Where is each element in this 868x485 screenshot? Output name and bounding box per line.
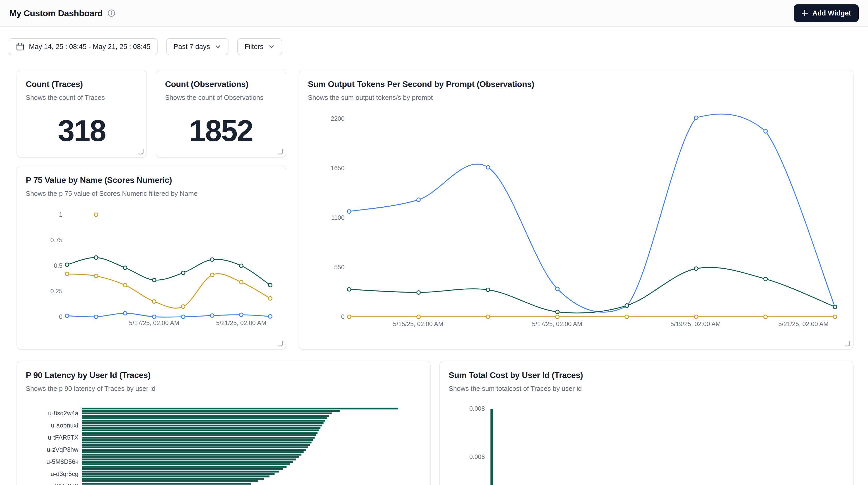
svg-text:5/21/25, 02:00 AM: 5/21/25, 02:00 AM <box>216 320 267 326</box>
widget-card-p90-latency: P 90 Latency by User Id (Traces) Shows t… <box>17 361 431 485</box>
widget-title: Sum Total Cost by User Id (Traces) <box>440 361 853 380</box>
svg-text:0.008: 0.008 <box>469 405 485 412</box>
widget-subtitle: Shows the count of Traces <box>17 89 147 102</box>
widget-card-count-observations: Count (Observations) Shows the count of … <box>156 70 286 158</box>
svg-text:1: 1 <box>59 211 62 218</box>
p75-line-chart[interactable]: 00.250.50.7515/17/25, 02:00 AM5/21/25, 0… <box>17 205 286 340</box>
info-icon[interactable] <box>107 9 115 17</box>
svg-text:5/19/25, 02:00 AM: 5/19/25, 02:00 AM <box>671 321 721 327</box>
plus-icon <box>802 10 808 17</box>
widget-grid: Count (Traces) Shows the count of Traces… <box>0 55 868 485</box>
count-observations-value: 1852 <box>156 114 286 148</box>
svg-text:u-aobnuxf: u-aobnuxf <box>51 422 79 429</box>
filters-dropdown[interactable]: Filters <box>237 38 282 55</box>
add-widget-label: Add Widget <box>812 9 851 17</box>
date-range-label: May 14, 25 : 08:45 - May 21, 25 : 08:45 <box>29 43 150 51</box>
widget-title: Count (Observations) <box>156 70 286 89</box>
widget-card-total-cost: Sum Total Cost by User Id (Traces) Shows… <box>439 361 854 485</box>
widget-subtitle: Shows the p 75 value of Scores Numeric f… <box>17 185 286 198</box>
filters-label: Filters <box>245 43 264 51</box>
toolbar: May 14, 25 : 08:45 - May 21, 25 : 08:45 … <box>0 27 868 55</box>
add-widget-button[interactable]: Add Widget <box>794 4 859 22</box>
p90-bar-chart[interactable]: u-8sq2w4au-aobnuxfu-tFAR5TXu-zVqP3hwu-5M… <box>17 397 431 485</box>
widget-title: Count (Traces) <box>17 70 147 89</box>
resize-handle-icon[interactable] <box>844 340 850 347</box>
svg-text:2200: 2200 <box>331 115 344 122</box>
svg-text:5/15/25, 02:00 AM: 5/15/25, 02:00 AM <box>393 321 443 327</box>
svg-text:1650: 1650 <box>331 164 344 172</box>
resize-handle-icon[interactable] <box>277 149 283 155</box>
chevron-down-icon <box>268 43 275 50</box>
svg-text:u-8fVq9T3: u-8fVq9T3 <box>50 482 79 485</box>
date-range-picker[interactable]: May 14, 25 : 08:45 - May 21, 25 : 08:45 <box>9 38 158 55</box>
widget-card-tokens-by-prompt: Sum Output Tokens Per Second by Prompt (… <box>299 70 854 350</box>
svg-text:5/17/25, 02:00 AM: 5/17/25, 02:00 AM <box>532 321 582 327</box>
cost-bar-chart[interactable]: 0.0080.006 <box>440 397 854 485</box>
widget-title: P 90 Latency by User Id (Traces) <box>17 361 430 380</box>
svg-text:550: 550 <box>334 264 344 271</box>
svg-text:u-8sq2w4a: u-8sq2w4a <box>48 410 79 417</box>
svg-text:5/17/25, 02:00 AM: 5/17/25, 02:00 AM <box>129 320 179 326</box>
widget-card-p75-by-name: P 75 Value by Name (Scores Numeric) Show… <box>17 165 286 350</box>
page-title: My Custom Dashboard <box>9 8 103 18</box>
time-preset-label: Past 7 days <box>174 43 210 51</box>
svg-text:1100: 1100 <box>331 214 344 221</box>
title-row: My Custom Dashboard <box>9 8 115 18</box>
svg-text:u-d3qr5cg: u-d3qr5cg <box>51 470 79 477</box>
widget-subtitle: Shows the sum totalcost of Traces by use… <box>440 380 853 393</box>
resize-handle-icon[interactable] <box>277 340 283 347</box>
svg-text:5/21/25, 02:00 AM: 5/21/25, 02:00 AM <box>778 321 829 327</box>
tokens-line-chart[interactable]: 05501100165022005/15/25, 02:00 AM5/17/25… <box>299 101 854 334</box>
svg-text:0.75: 0.75 <box>50 237 62 244</box>
resize-handle-icon[interactable] <box>138 149 144 155</box>
calendar-icon <box>16 42 24 51</box>
chevron-down-icon <box>215 43 221 50</box>
svg-text:0.5: 0.5 <box>54 262 62 269</box>
widget-subtitle: Shows the count of Observations <box>156 89 286 102</box>
svg-text:0: 0 <box>59 313 62 320</box>
widget-subtitle: Shows the p 90 latency of Traces by user… <box>17 380 430 393</box>
widget-title: P 75 Value by Name (Scores Numeric) <box>17 166 286 185</box>
widget-title: Sum Output Tokens Per Second by Prompt (… <box>299 70 853 89</box>
svg-text:u-tFAR5TX: u-tFAR5TX <box>48 434 79 441</box>
widget-subtitle: Shows the sum output tokens/s by prompt <box>299 89 853 102</box>
svg-text:0.006: 0.006 <box>469 453 485 460</box>
time-preset-dropdown[interactable]: Past 7 days <box>166 38 228 55</box>
svg-text:u-5M8D56k: u-5M8D56k <box>46 458 79 465</box>
svg-text:0.25: 0.25 <box>50 287 62 295</box>
widget-card-count-traces: Count (Traces) Shows the count of Traces… <box>17 70 147 158</box>
svg-text:0: 0 <box>341 313 344 320</box>
header: My Custom Dashboard Add Widget <box>0 0 868 27</box>
svg-text:u-zVqP3hw: u-zVqP3hw <box>47 446 79 453</box>
count-traces-value: 318 <box>17 114 147 148</box>
